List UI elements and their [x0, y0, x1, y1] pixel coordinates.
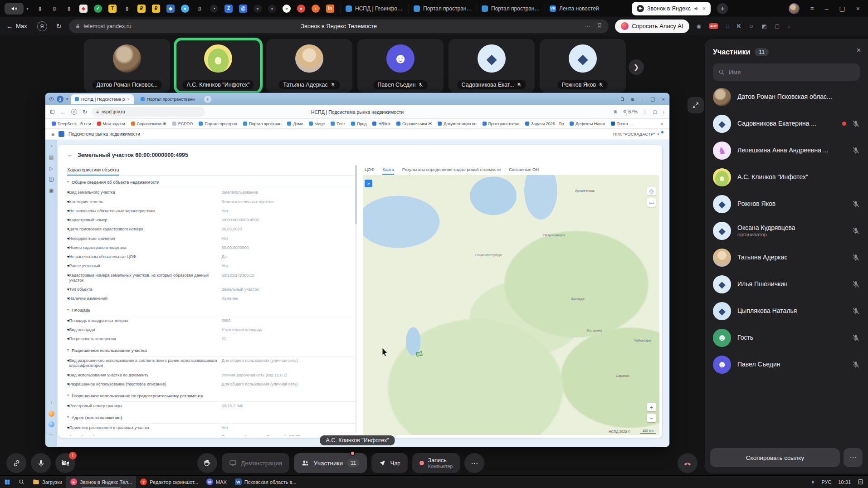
participant-video-tile[interactable]: Датов Роман Псковск...	[84, 39, 170, 93]
rail-alice-icon[interactable]	[49, 421, 54, 427]
extension-icon[interactable]: ↓	[787, 23, 790, 29]
mic-off-icon[interactable]	[852, 120, 860, 128]
pinned-tab-icon[interactable]: ₽	[137, 5, 146, 13]
mic-off-icon[interactable]	[852, 334, 860, 342]
tab-cof[interactable]: ЦОФ	[365, 167, 374, 175]
close-icon[interactable]: ×	[662, 97, 665, 102]
participant-row[interactable]: Татьяна Адеркас	[705, 244, 868, 271]
link-button[interactable]	[6, 453, 26, 473]
yandex-search-icon[interactable]: Я	[37, 21, 47, 31]
tabs-panel-icon[interactable]: ▢	[653, 109, 657, 114]
extension-icon[interactable]: ◉	[697, 23, 701, 29]
panel-more-button[interactable]: ⋯	[844, 448, 863, 467]
present-button[interactable]: Демонстрация	[222, 453, 289, 473]
tab-cadastral-value[interactable]: Результаты определения кадастровой стоим…	[402, 167, 501, 175]
participant-row[interactable]: ☻ Гость	[705, 324, 868, 351]
map-zoom-in-button[interactable]: +	[647, 403, 656, 411]
menu-icon[interactable]: ≡	[810, 5, 814, 12]
tab-map[interactable]: Карта	[382, 167, 394, 175]
chevron-down-icon[interactable]: ▾	[26, 6, 29, 11]
pinned-tab-icon[interactable]: ●	[283, 5, 291, 13]
pinned-tab-icon[interactable]: ▯	[36, 5, 44, 13]
bookmark-item[interactable]: DeepSeek - В неи	[52, 122, 91, 126]
pinned-tab-icon[interactable]: @	[239, 5, 247, 13]
more-actions-button[interactable]: ⋯	[464, 453, 484, 473]
participant-video-tile[interactable]: Татьяна Адеркас	[266, 39, 352, 93]
maximize-icon[interactable]: ▢	[650, 96, 655, 102]
participant-row[interactable]: ☻ Павел Съедин	[705, 351, 868, 378]
participant-row[interactable]: ◆ Рожнов Яков	[705, 190, 868, 217]
tray-expand-icon[interactable]: ∧	[811, 479, 814, 485]
notification-center-icon[interactable]	[858, 479, 863, 485]
panel-expand-button[interactable]: »	[365, 180, 372, 187]
rail-play-icon[interactable]: ▷	[49, 166, 53, 171]
mic-off-icon[interactable]	[852, 254, 860, 262]
bookmarks-overflow-icon[interactable]: »	[661, 122, 663, 126]
extension-icon[interactable]: ▢	[775, 23, 780, 29]
bookmark-item[interactable]: Портал простран	[199, 122, 237, 126]
parcel-highlight[interactable]	[416, 351, 423, 357]
keyboard-language[interactable]: РУС	[821, 479, 831, 485]
rail-panels-icon[interactable]: ▤	[49, 154, 54, 160]
participant-video-tile[interactable]: ◆ Рожнов Яков	[540, 39, 626, 93]
pinned-tab-icon[interactable]: ✓	[94, 5, 102, 13]
bookmark-item[interactable]: Дефекты Наши	[570, 122, 605, 126]
bookmark-item[interactable]: Документация по	[438, 122, 476, 126]
participants-button[interactable]: Участники 11	[294, 453, 367, 473]
panel-close-icon[interactable]: ×	[857, 46, 861, 54]
map-locate-button[interactable]: ◎	[647, 187, 656, 195]
bookmark-item[interactable]: stage	[309, 122, 325, 126]
participant-row[interactable]: ◆ Цыплякова Наталья	[705, 298, 868, 324]
taskbar-app-screenshot-editor[interactable]: Y Редактор скриншот...	[136, 476, 202, 488]
alice-button[interactable]: Спросить Алису AI	[615, 20, 689, 33]
tab-related[interactable]: Связанные ОН	[509, 167, 539, 175]
participant-row[interactable]: ◆ Садовникова Екатерина ...	[705, 110, 868, 137]
map-view[interactable]: АрхангельскПетрозаводскСанкт-ПетербургВо…	[363, 175, 659, 435]
participant-row[interactable]: ◆ Оксана Кудрявцева организатор	[705, 217, 868, 244]
participant-video-tile[interactable]: ◆ Садовникова Екат...	[449, 39, 535, 93]
app-menu-icon[interactable]: ≡	[51, 131, 54, 137]
reload-icon[interactable]: ↻	[56, 22, 62, 30]
map-zoom-out-button[interactable]: −	[647, 414, 656, 422]
clock[interactable]: 10:31	[838, 479, 851, 485]
participant-row[interactable]: ◆ Илья Пшеничкин	[705, 271, 868, 298]
mic-off-icon[interactable]	[852, 146, 860, 155]
shared-tab-2[interactable]: Портал пространственн	[137, 94, 199, 104]
taskbar-app-telemost[interactable]: ▸ Звонок в Яндекс Тел...	[66, 476, 136, 488]
extension-icon[interactable]: K	[737, 23, 741, 29]
bookmark-item[interactable]: Пространственн	[483, 122, 519, 126]
pinned-tab-icon[interactable]: ◆	[166, 5, 175, 13]
rail-more-icon[interactable]: ⋯	[49, 432, 54, 438]
bookmark-item[interactable]: Почта —	[611, 122, 634, 126]
rail-counter-badge[interactable]: 9	[49, 177, 54, 182]
section-chevron-icon[interactable]: ▾	[67, 393, 69, 399]
taskbar-app-max[interactable]: M MAX	[202, 476, 231, 488]
copy-link-button[interactable]: Скопировать ссылку	[710, 448, 840, 467]
downloads-icon[interactable]: ↓	[663, 109, 665, 114]
bookmark-item[interactable]: Дэмо	[287, 122, 303, 126]
back-arrow-icon[interactable]: ←	[67, 151, 73, 158]
shared-active-tab[interactable]: НСПД | Подсистема р ×	[71, 94, 134, 104]
fullscreen-expand-button[interactable]	[688, 97, 704, 113]
record-button[interactable]: Запись Компьютер	[412, 453, 460, 473]
pinned-tab-icon[interactable]: ●	[268, 5, 276, 13]
more-icon[interactable]: ⋯	[585, 23, 590, 29]
browser-tab[interactable]: Портал пространстве	[409, 4, 477, 14]
pinned-tab-icon[interactable]: Z	[224, 5, 233, 13]
kebab-icon[interactable]: ⋮	[643, 109, 648, 114]
pinned-tab-icon[interactable]: in	[326, 5, 334, 13]
participant-row[interactable]: ♞ Лепешкина Анна Андреевна ...	[705, 137, 868, 164]
mic-off-icon[interactable]	[852, 361, 860, 369]
mic-off-icon[interactable]	[852, 280, 860, 288]
close-tab-icon[interactable]: ×	[702, 5, 706, 12]
pinned-tab-icon[interactable]: T	[108, 5, 117, 13]
tab-characteristics[interactable]: Характеристики объекта	[67, 167, 119, 176]
browser-tab[interactable]: VK Лента новостей	[545, 4, 613, 14]
bookmark-item[interactable]: Задачи 2026 - Пр	[525, 122, 564, 126]
bookmark-item[interactable]: Прод	[351, 122, 367, 126]
pinned-tab-icon[interactable]: ◆	[79, 5, 88, 13]
pinned-tab-icon[interactable]: ◗	[312, 5, 320, 13]
back-icon[interactable]: ←	[6, 22, 13, 30]
extension-icon[interactable]: ◩	[762, 23, 767, 29]
extension-icon[interactable]: ☺	[748, 23, 754, 29]
